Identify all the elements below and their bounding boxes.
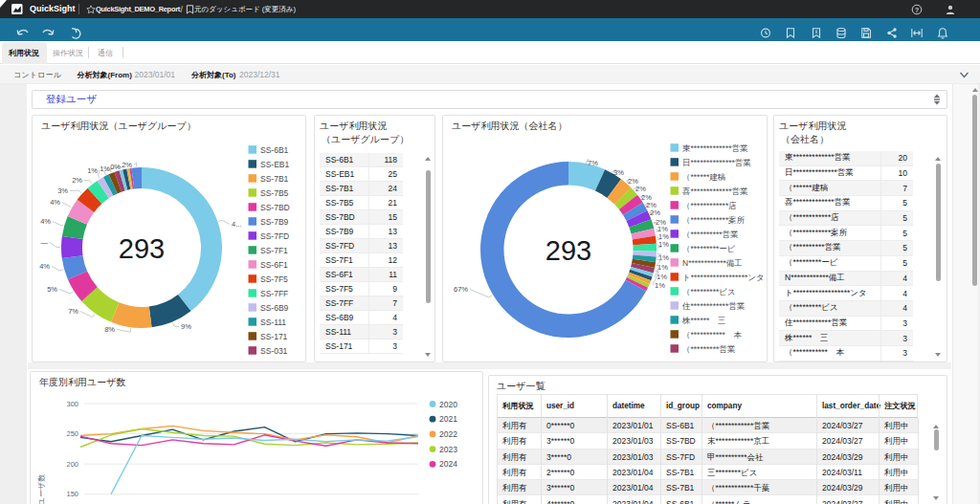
svg-text:東*************営業: 東*************営業 bbox=[682, 143, 748, 153]
svg-text:SS-111: SS-111 bbox=[260, 318, 286, 327]
svg-text:SS-7B5: SS-7B5 bbox=[260, 188, 289, 198]
svg-text:0%: 0% bbox=[110, 163, 121, 171]
svg-text:ユーザ利用状況（ユーザグループ）: ユーザ利用状況（ユーザグループ） bbox=[41, 121, 196, 131]
svg-text:2022: 2022 bbox=[439, 429, 457, 439]
svg-text:日**************営業: 日**************営業 bbox=[682, 158, 751, 167]
svg-text:（*********** 本: （*********** 本 bbox=[682, 330, 742, 340]
svg-text:4%: 4% bbox=[39, 262, 50, 271]
svg-text:（*********ービ: （*********ービ bbox=[682, 244, 736, 253]
svg-text:2%: 2% bbox=[635, 185, 646, 193]
svg-text:3%: 3% bbox=[57, 186, 68, 195]
svg-text:ユーザ数: ユーザ数 bbox=[37, 474, 46, 504]
svg-text:（******建稿: （******建稿 bbox=[682, 172, 726, 182]
svg-text:（************店: （************店 bbox=[682, 201, 737, 210]
svg-text:ユーザ利用状況（会社名）: ユーザ利用状況（会社名） bbox=[452, 121, 567, 131]
svg-text:ユーザ一覧: ユーザ一覧 bbox=[497, 381, 545, 391]
svg-text:（*********営業: （*********営業 bbox=[682, 344, 736, 354]
svg-text:（************案所: （************案所 bbox=[682, 215, 746, 225]
svg-text:SS-6B1: SS-6B1 bbox=[260, 145, 289, 155]
svg-text:2024: 2024 bbox=[439, 459, 457, 469]
svg-text:SS-6F1: SS-6F1 bbox=[260, 260, 288, 270]
svg-text:ユーザ利用状況: ユーザ利用状況 bbox=[320, 121, 387, 131]
svg-text:150: 150 bbox=[66, 490, 78, 498]
svg-text:293: 293 bbox=[546, 235, 591, 266]
svg-text:293: 293 bbox=[119, 233, 165, 264]
svg-text:住************営業: 住************営業 bbox=[681, 301, 746, 311]
svg-text:ユーザ利用状況: ユーザ利用状況 bbox=[779, 121, 846, 131]
svg-text:SS-7F5: SS-7F5 bbox=[260, 274, 288, 284]
svg-text:1%: 1% bbox=[658, 240, 669, 249]
svg-text:SS-EB1: SS-EB1 bbox=[260, 160, 290, 169]
svg-text:N************備工: N************備工 bbox=[682, 258, 743, 268]
svg-text:SS-7B9: SS-7B9 bbox=[260, 217, 289, 227]
svg-text:1%: 1% bbox=[657, 273, 667, 281]
svg-text:200: 200 bbox=[66, 460, 78, 469]
svg-text:—: — bbox=[41, 238, 49, 247]
svg-text:SS-7BD: SS-7BD bbox=[260, 203, 290, 212]
svg-text:（**********営業: （**********営業 bbox=[682, 230, 739, 239]
svg-text:1%: 1% bbox=[655, 281, 665, 290]
svg-text:250: 250 bbox=[66, 429, 78, 438]
svg-text:8%: 8% bbox=[104, 325, 115, 334]
svg-text:2023: 2023 bbox=[439, 445, 457, 454]
svg-text:4%: 4% bbox=[40, 217, 51, 226]
svg-text:2020: 2020 bbox=[439, 400, 457, 409]
svg-text:4%: 4% bbox=[50, 198, 60, 207]
svg-text:300: 300 bbox=[66, 400, 78, 408]
svg-text:9%: 9% bbox=[181, 322, 191, 331]
svg-text:（*********ビス: （*********ビス bbox=[682, 287, 736, 296]
svg-text:（ユーザグループ）: （ユーザグループ） bbox=[322, 134, 409, 144]
svg-text:SS-7FF: SS-7FF bbox=[260, 289, 288, 298]
svg-text:喜*************営業: 喜*************営業 bbox=[681, 186, 748, 196]
svg-text:（会社名）: （会社名） bbox=[781, 134, 829, 144]
svg-text:ト******************ンタ: ト******************ンタ bbox=[682, 273, 765, 282]
svg-text:年度別利用ユーザ数: 年度別利用ユーザ数 bbox=[39, 377, 125, 387]
svg-text:SS-171: SS-171 bbox=[260, 332, 288, 341]
svg-text:SS-7FD: SS-7FD bbox=[260, 231, 289, 241]
svg-text:SS-7F1: SS-7F1 bbox=[260, 246, 288, 255]
svg-text:2021: 2021 bbox=[439, 414, 457, 424]
svg-text:1%: 1% bbox=[100, 164, 110, 173]
svg-text:SS-6B9: SS-6B9 bbox=[260, 303, 289, 313]
svg-text:5%: 5% bbox=[47, 285, 57, 294]
svg-text:SS-031: SS-031 bbox=[260, 346, 288, 356]
svg-text:SS-7B1: SS-7B1 bbox=[260, 174, 289, 184]
svg-text:7%: 7% bbox=[588, 159, 598, 167]
svg-text:4...: 4... bbox=[232, 220, 241, 229]
svg-text:2%: 2% bbox=[72, 176, 82, 185]
svg-text:3%: 3% bbox=[613, 168, 624, 177]
svg-text:株****** 三: 株****** 三 bbox=[681, 316, 725, 325]
svg-text:7%: 7% bbox=[68, 307, 78, 316]
svg-text:2%: 2% bbox=[650, 208, 660, 217]
svg-text:67%: 67% bbox=[454, 285, 468, 294]
svg-text:1%: 1% bbox=[87, 166, 98, 175]
svg-text:2%: 2% bbox=[122, 161, 132, 169]
